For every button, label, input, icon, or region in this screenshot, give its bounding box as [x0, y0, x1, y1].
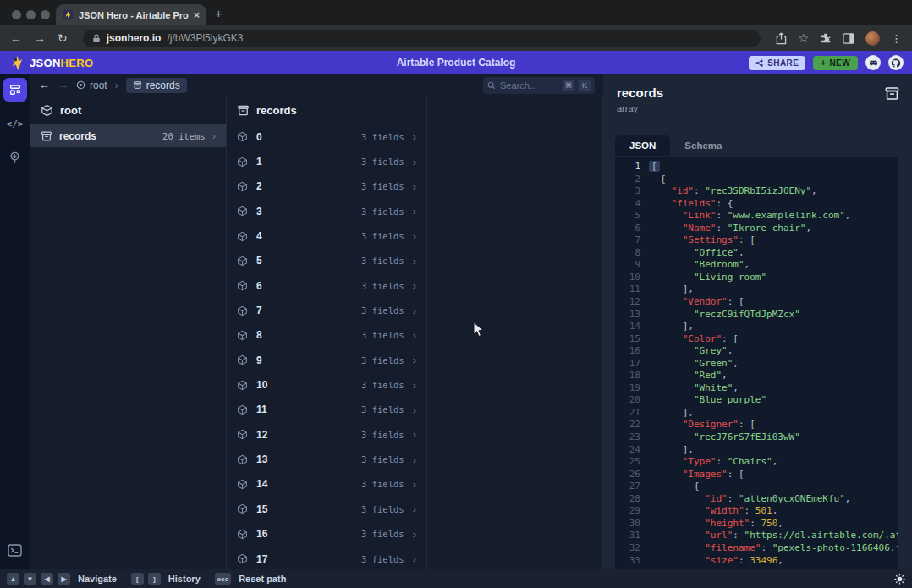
code-line[interactable]: 7 "Settings": [ [615, 234, 898, 247]
extensions-icon[interactable] [820, 32, 832, 44]
code-line[interactable]: 30 "height": 750, [615, 518, 898, 530]
github-icon[interactable] [888, 55, 904, 70]
traffic-light-close[interactable] [12, 10, 21, 19]
record-row[interactable]: 4 3 fields › [227, 223, 426, 248]
code-line[interactable]: 31 "url": "https://dl.airtable.com/.atta [615, 530, 898, 542]
share-button[interactable]: SHARE [749, 56, 805, 70]
browser-forward-icon[interactable]: → [34, 32, 46, 44]
chevron-right-icon: › [413, 305, 416, 317]
tree-view-button[interactable] [3, 146, 27, 169]
code-line[interactable]: 2 { [615, 173, 898, 186]
code-line[interactable]: 28 "id": "atten0ycxONEmeKfu", [615, 493, 898, 506]
profile-avatar[interactable] [865, 31, 880, 46]
editor-view-button[interactable]: </> [3, 112, 27, 135]
record-row[interactable]: 15 3 fields › [227, 497, 426, 521]
theme-toggle-sun-icon[interactable] [894, 574, 905, 585]
code-line[interactable]: 18 "Red", [615, 370, 898, 382]
column-view-button[interactable] [3, 78, 27, 102]
browser-tab[interactable]: JSON Hero - Airtable Product C × [56, 4, 206, 25]
code-line[interactable]: 24 ], [615, 444, 898, 457]
code-line[interactable]: 1[ [615, 161, 898, 173]
chevron-right-icon: › [413, 130, 416, 143]
bookmark-star-icon[interactable]: ☆ [798, 31, 809, 45]
line-content: "url": "https://dl.airtable.com/.atta [649, 530, 898, 542]
browser-menu-icon[interactable]: ⋮ [891, 32, 902, 45]
record-row[interactable]: 9 3 fields › [227, 348, 426, 372]
record-row[interactable]: 13 3 fields › [227, 447, 426, 471]
record-row[interactable]: 0 3 fields › [227, 124, 426, 149]
tab-json[interactable]: JSON [615, 135, 670, 156]
record-row[interactable]: 6 3 fields › [227, 273, 426, 298]
panel-tabs: JSON Schema [615, 135, 736, 156]
new-button[interactable]: + NEW [813, 56, 858, 70]
record-row[interactable]: 12 3 fields › [227, 422, 426, 447]
code-line[interactable]: 14 ], [615, 321, 898, 333]
record-row[interactable]: 7 3 fields › [227, 298, 426, 322]
code-line[interactable]: 23 "recJ76rS7fEJi03wW" [615, 431, 898, 444]
json-code-viewer[interactable]: 1[2 {3 "id": "rec3SDRbI5izJ0ENy",4 "fiel… [615, 157, 898, 569]
breadcrumb-root[interactable]: root [76, 80, 107, 91]
record-row[interactable]: 16 3 fields › [227, 522, 426, 547]
jsonhero-logo [8, 54, 26, 72]
archive-icon [884, 85, 900, 102]
address-bar[interactable]: jsonhero.io/j/bW3Pl5lykGK3 [83, 30, 761, 47]
line-content: "Bedroom", [649, 259, 750, 272]
app-header: JSONHERO Airtable Product Catalog SHARE … [0, 51, 912, 74]
line-content: "Images": [ [649, 469, 744, 481]
code-line[interactable]: 13 "reczC9ifQTdJpMZcx" [615, 309, 898, 321]
code-line[interactable]: 8 "Office", [615, 247, 898, 260]
code-line[interactable]: 3 "id": "rec3SDRbI5izJ0ENy", [615, 185, 898, 198]
code-line[interactable]: 20 "Blue purple" [615, 394, 898, 407]
line-number: 9 [615, 259, 640, 272]
tab-schema[interactable]: Schema [670, 135, 736, 156]
path-forward-icon[interactable]: → [58, 79, 69, 91]
record-row[interactable]: 10 3 fields › [227, 372, 426, 397]
browser-reload-icon[interactable]: ↻ [58, 32, 68, 44]
code-line[interactable]: 15 "Color": [ [615, 333, 898, 346]
code-line[interactable]: 9 "Bedroom", [615, 259, 898, 272]
record-row[interactable]: 1 3 fields › [227, 149, 426, 173]
code-line[interactable]: 21 ], [615, 407, 898, 420]
code-line[interactable]: 27 { [615, 481, 898, 493]
code-line[interactable]: 6 "Name": "Ikrore chair", [615, 223, 898, 235]
terminal-button[interactable] [3, 538, 27, 562]
search-input[interactable]: Search... ⌘ K [483, 77, 595, 94]
record-meta: 3 fields [361, 504, 404, 514]
record-row[interactable]: 8 3 fields › [227, 323, 426, 348]
code-line[interactable]: 12 "Vendor": [ [615, 296, 898, 309]
code-line[interactable]: 26 "Images": [ [615, 469, 898, 481]
code-line[interactable]: 19 "White", [615, 382, 898, 395]
share-page-icon[interactable] [776, 32, 787, 45]
code-line[interactable]: 10 "Living room" [615, 272, 898, 284]
code-line[interactable]: 17 "Green", [615, 358, 898, 371]
record-row[interactable]: 5 3 fields › [227, 249, 426, 273]
code-line[interactable]: 29 "width": 501, [615, 505, 898, 518]
record-row[interactable]: 3 3 fields › [227, 199, 426, 223]
code-line[interactable]: 33 "size": 33496, [615, 555, 898, 568]
code-line[interactable]: 32 "filename": "pexels-photo-1166406.jpe… [615, 542, 898, 555]
side-panel-icon[interactable] [843, 33, 854, 44]
discord-icon[interactable] [865, 55, 881, 70]
code-line[interactable]: 5 "Link": "www.examplelink.com", [615, 210, 898, 223]
code-line[interactable]: 16 "Grey", [615, 345, 898, 358]
code-line[interactable]: 25 "Type": "Chairs", [615, 456, 898, 469]
new-tab-button[interactable]: + [215, 6, 223, 20]
traffic-light-minimize[interactable] [26, 10, 36, 19]
browser-back-icon[interactable]: ← [10, 32, 22, 44]
root-records-row[interactable]: records 20 items › [30, 124, 226, 147]
record-row[interactable]: 2 3 fields › [227, 174, 426, 199]
code-line[interactable]: 4 "fields": { [615, 198, 898, 211]
arrow-right-key-icon: ▶ [58, 573, 70, 585]
line-content: ], [649, 407, 694, 420]
code-line[interactable]: 11 ], [615, 283, 898, 296]
breadcrumb-current[interactable]: records [126, 78, 187, 93]
record-row[interactable]: 17 3 fields › [227, 547, 426, 571]
lock-icon [92, 34, 101, 43]
code-line[interactable]: 22 "Designer": [ [615, 419, 898, 431]
tab-close-icon[interactable]: × [194, 9, 200, 21]
path-back-icon[interactable]: ← [39, 79, 50, 91]
record-row[interactable]: 14 3 fields › [227, 472, 426, 497]
record-index: 15 [256, 503, 353, 515]
traffic-light-zoom[interactable] [41, 10, 50, 19]
record-row[interactable]: 11 3 fields › [227, 398, 426, 422]
